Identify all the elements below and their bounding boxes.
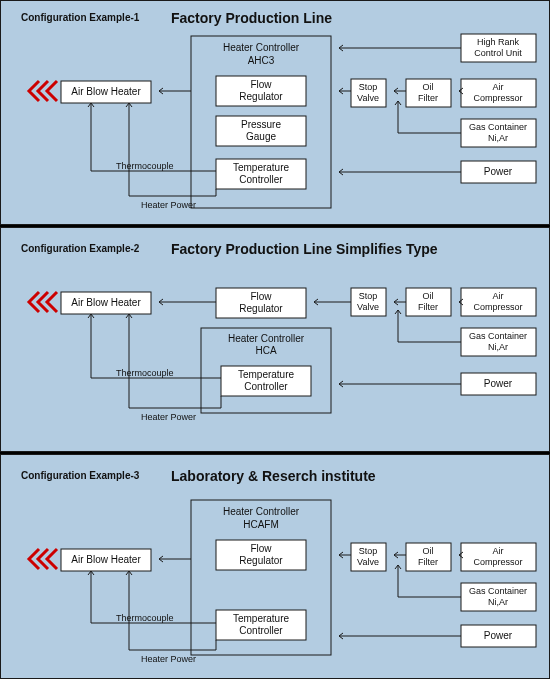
- svg-text:Gas Container: Gas Container: [469, 331, 527, 341]
- svg-text:Temperature: Temperature: [238, 369, 295, 380]
- subtitle: Configuration Example-1: [21, 12, 140, 23]
- heater-power-label: Heater Power: [141, 412, 196, 422]
- svg-text:Control Unit: Control Unit: [474, 48, 522, 58]
- svg-text:Ni,Ar: Ni,Ar: [488, 342, 508, 352]
- svg-text:Regulator: Regulator: [239, 555, 283, 566]
- svg-text:Valve: Valve: [357, 93, 379, 103]
- svg-text:Gas Container: Gas Container: [469, 586, 527, 596]
- thermo-label: Thermocouple: [116, 161, 174, 171]
- svg-text:Gauge: Gauge: [246, 131, 276, 142]
- subtitle: Configuration Example-2: [21, 243, 140, 254]
- controller-bottom: HCA: [255, 345, 276, 356]
- air-blow-heater-label: Air Blow Heater: [71, 554, 141, 565]
- power-label: Power: [484, 166, 513, 177]
- panel-config-1: Configuration Example-1 Factory Producti…: [0, 0, 550, 225]
- svg-text:Compressor: Compressor: [473, 302, 522, 312]
- svg-text:Controller: Controller: [244, 381, 288, 392]
- svg-text:Valve: Valve: [357, 557, 379, 567]
- svg-text:Stop: Stop: [359, 546, 378, 556]
- svg-text:Temperature: Temperature: [233, 613, 290, 624]
- thermo-label: Thermocouple: [116, 368, 174, 378]
- air-blow-heater-label: Air Blow Heater: [71, 297, 141, 308]
- svg-text:Stop: Stop: [359, 291, 378, 301]
- svg-text:Temperature: Temperature: [233, 162, 290, 173]
- svg-text:Oil: Oil: [423, 546, 434, 556]
- svg-text:Filter: Filter: [418, 302, 438, 312]
- power-label: Power: [484, 378, 513, 389]
- heat-flow-icon: [29, 292, 57, 312]
- power-label: Power: [484, 630, 513, 641]
- svg-text:Ni,Ar: Ni,Ar: [488, 597, 508, 607]
- svg-text:Oil: Oil: [423, 82, 434, 92]
- svg-text:Ni,Ar: Ni,Ar: [488, 133, 508, 143]
- controller-top: Heater Controller: [223, 42, 300, 53]
- svg-text:Filter: Filter: [418, 557, 438, 567]
- svg-text:High Rank: High Rank: [477, 37, 520, 47]
- thermo-label: Thermocouple: [116, 613, 174, 623]
- svg-text:Controller: Controller: [239, 625, 283, 636]
- svg-text:Compressor: Compressor: [473, 93, 522, 103]
- title: Laboratory & Reserch institute: [171, 468, 376, 484]
- svg-text:Flow: Flow: [250, 291, 272, 302]
- panel-config-3: Configuration Example-3 Laboratory & Res…: [0, 454, 550, 679]
- svg-text:Regulator: Regulator: [239, 91, 283, 102]
- svg-text:Regulator: Regulator: [239, 303, 283, 314]
- svg-text:Compressor: Compressor: [473, 557, 522, 567]
- svg-text:Flow: Flow: [250, 79, 272, 90]
- subtitle: Configuration Example-3: [21, 470, 140, 481]
- controller-bottom: HCAFM: [243, 519, 279, 530]
- svg-text:Pressure: Pressure: [241, 119, 281, 130]
- title: Factory Production Line: [171, 10, 332, 26]
- heater-power-label: Heater Power: [141, 200, 196, 210]
- svg-text:Air: Air: [493, 291, 504, 301]
- svg-text:Air: Air: [493, 546, 504, 556]
- controller-top: Heater Controller: [223, 506, 300, 517]
- svg-text:Oil: Oil: [423, 291, 434, 301]
- svg-text:Stop: Stop: [359, 82, 378, 92]
- svg-text:Valve: Valve: [357, 302, 379, 312]
- controller-bottom: AHC3: [248, 55, 275, 66]
- title: Factory Production Line Simplifies Type: [171, 241, 438, 257]
- svg-text:Flow: Flow: [250, 543, 272, 554]
- air-blow-heater-label: Air Blow Heater: [71, 86, 141, 97]
- heater-power-label: Heater Power: [141, 654, 196, 664]
- panel-config-2: Configuration Example-2 Factory Producti…: [0, 227, 550, 452]
- heat-flow-icon: [29, 81, 57, 101]
- svg-text:Controller: Controller: [239, 174, 283, 185]
- heat-flow-icon: [29, 549, 57, 569]
- controller-top: Heater Controller: [228, 333, 305, 344]
- svg-text:Filter: Filter: [418, 93, 438, 103]
- svg-text:Gas Container: Gas Container: [469, 122, 527, 132]
- svg-text:Air: Air: [493, 82, 504, 92]
